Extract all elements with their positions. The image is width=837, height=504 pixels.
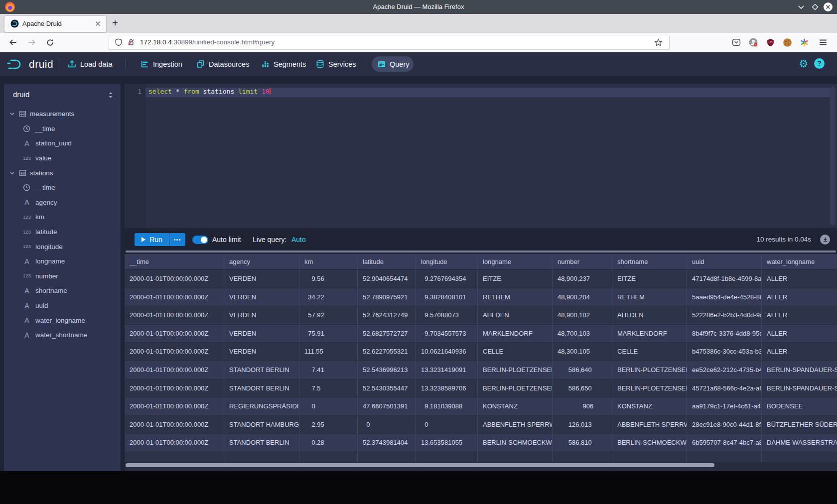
table-cell[interactable]: ALLER [762,343,837,361]
results-hscrollbar[interactable] [126,463,714,467]
druid-logo[interactable]: druid [7,52,53,76]
column-header-uuid[interactable]: uuid [687,254,762,270]
table-cell[interactable]: CELLE [478,343,553,361]
table-cell[interactable]: 8b4f9f7c-3376-4dd8-95c [687,325,762,343]
sidebar-item-water_shortname[interactable]: Awater_shortname [4,328,121,343]
table-cell[interactable]: BERLIN-SPANDAUER-SCHIFFAHRTSKANAL [762,361,837,379]
table-cell[interactable]: 2000-01-01T00:00:00.000Z [125,306,224,325]
table-cell[interactable]: 9.2767694354 [416,270,478,288]
sidebar-item-__time[interactable]: __time [4,180,121,195]
table-cell[interactable]: 2000-01-01T00:00:00.000Z [125,270,224,288]
sidebar-item-value[interactable]: 123value [4,151,121,166]
column-header-longitude[interactable]: longitude [416,254,478,270]
table-cell[interactable]: 6b595707-8c47-4bc7-a8 [687,434,762,452]
sidebar-item-uuid[interactable]: Auuid [4,298,121,313]
tab-close-icon[interactable] [94,20,102,27]
sidebar-item-shortname[interactable]: Ashortname [4,283,121,298]
table-cell[interactable]: 2000-01-01T00:00:00.000Z [125,343,224,361]
column-header-longname[interactable]: longname [478,254,553,270]
table-cell[interactable]: 2000-01-01T00:00:00.000Z [125,361,224,379]
table-cell[interactable]: BÜTZFLETHER SÜDERELBE [762,416,837,434]
table-cell[interactable]: 52.3743981404 [358,434,416,452]
table-cell[interactable]: 52.6827572727 [358,325,416,343]
sidebar-item-station_uuid[interactable]: Astation_uuid [4,136,121,151]
table-cell[interactable]: VERDEN [224,306,299,325]
nav-item-ingestion[interactable]: Ingestion [140,52,182,76]
table-cell[interactable]: 13.3238589706 [416,379,478,398]
table-cell[interactable]: 2000-01-01T00:00:00.000Z [125,288,224,307]
table-cell[interactable]: BERLIN-SCHMOECKWITZ [478,434,553,452]
table-cell[interactable]: 126,013 [553,416,612,434]
table-cell[interactable]: 13.653581055 [416,434,478,452]
table-cell[interactable]: RETHEM [478,288,553,307]
table-cell[interactable]: 48,700,103 [553,325,612,343]
table-cell[interactable]: 9.181039088 [416,397,478,416]
table-cell[interactable]: 2.95 [299,416,358,434]
shield-icon[interactable] [115,38,123,46]
table-cell[interactable]: 7.41 [299,361,358,379]
table-cell[interactable]: 52.5430355447 [358,379,416,398]
table-cell[interactable]: STANDORT BERLIN [224,379,299,398]
table-cell[interactable]: 52.7890975921 [358,288,416,307]
table-cell[interactable]: 5aaed954-de4e-4528-8f [687,288,762,307]
account-icon[interactable] [747,36,759,48]
table-cell[interactable]: 48,900,237 [553,270,612,288]
table-cell[interactable]: 52.7624312749 [358,306,416,325]
table-cell[interactable]: STANDORT HAMBURG [224,416,299,434]
table-cell[interactable]: 47.6607501391 [358,397,416,416]
table-cell[interactable]: BERLIN-SCHMOECKWITZ [612,434,687,452]
insecure-lock-icon[interactable] [127,38,135,46]
table-cell[interactable]: BERLIN-PLOETZENSEE C [478,361,553,379]
cookie-icon[interactable] [781,36,793,48]
sidebar-item-longitude[interactable]: 123longitude [4,239,121,254]
table-cell[interactable]: 0 [416,416,478,434]
column-header-shortname[interactable]: shortname [612,254,687,270]
table-cell[interactable]: MARKLENDORF [612,325,687,343]
table-cell[interactable]: 111.55 [299,343,358,361]
table-cell[interactable]: DAHME-WASSERSTRASSE [762,434,837,452]
sidebar-item-km[interactable]: 123km [4,210,121,225]
sidebar-item-measurements[interactable]: measurements [4,107,121,122]
table-cell[interactable]: KONSTANZ [612,397,687,416]
table-cell[interactable]: KONSTANZ [478,397,553,416]
table-cell[interactable]: 0.28 [299,434,358,452]
table-cell[interactable]: BERLIN-PLOETZENSEE U [478,379,553,398]
table-cell[interactable]: 2000-01-01T00:00:00.000Z [125,434,224,452]
url-bar[interactable]: 172.18.0.4:30899/unified-console.html#qu… [109,35,670,50]
url-text[interactable]: 172.18.0.4:30899/unified-console.html#qu… [140,35,275,49]
table-cell[interactable]: 48,900,204 [553,288,612,307]
table-cell[interactable]: 48,900,102 [553,306,612,325]
table-cell[interactable]: 52.9040654474 [358,270,416,288]
table-cell[interactable]: 28ec91e8-90c0-44d1-8f0 [687,416,762,434]
nav-item-query-active[interactable]: Query [372,56,414,72]
sidebar-item-latitude[interactable]: 123latitude [4,225,121,240]
table-cell[interactable]: 45721a68-566c-4e2a-a6 [687,379,762,398]
table-cell[interactable]: aa9179c1-17ef-4c61-a48 [687,397,762,416]
table-cell[interactable]: 13.3231419091 [416,361,478,379]
download-icon[interactable] [820,235,830,245]
column-header-agency[interactable]: agency [224,254,299,270]
table-cell[interactable]: MARKLENDORF [478,325,553,343]
table-cell[interactable]: AHLDEN [478,306,553,325]
table-cell[interactable]: ee52ce62-212c-4735-b4 [687,361,762,379]
sidebar-item-agency[interactable]: Aagency [4,195,121,210]
table-cell[interactable]: RETHEM [612,288,687,307]
table-cell[interactable]: 586,810 [553,434,612,452]
table-cell[interactable]: EITZE [478,270,553,288]
back-icon[interactable] [7,36,19,48]
table-cell[interactable]: ALLER [762,306,837,325]
table-cell[interactable]: AHLDEN [612,306,687,325]
table-cell[interactable]: ABBENFLETH SPERRWERK [612,416,687,434]
table-cell[interactable]: VERDEN [224,288,299,307]
table-cell[interactable]: 47174d8f-1b8e-4599-8a [687,270,762,288]
help-icon[interactable]: ? [814,58,825,69]
table-cell[interactable]: ALLER [762,288,837,307]
table-cell[interactable]: 48,300,105 [553,343,612,361]
table-cell[interactable]: 2000-01-01T00:00:00.000Z [125,325,224,343]
column-header-__time[interactable]: __time [125,254,224,270]
horizontal-scrollbar-top[interactable] [126,251,836,252]
table-cell[interactable]: 906 [553,397,612,416]
column-header-latitude[interactable]: latitude [358,254,416,270]
menu-hamburger-icon[interactable] [817,36,829,48]
nav-item-services[interactable]: Services [316,52,356,76]
